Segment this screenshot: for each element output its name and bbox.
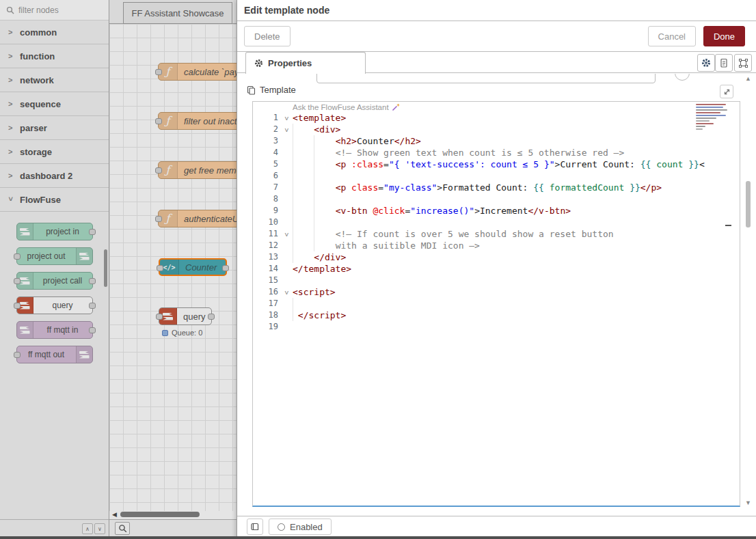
code-line[interactable]: 10	[253, 217, 740, 228]
code-line[interactable]: 2> <div>	[253, 124, 740, 135]
node-port[interactable]	[14, 303, 21, 309]
palette-node-project-in[interactable]: project in	[16, 223, 93, 240]
node-port[interactable]	[155, 118, 162, 124]
scroll-down-icon[interactable]: ▼	[745, 499, 751, 506]
code-text[interactable]	[293, 170, 740, 182]
node-port[interactable]	[222, 265, 229, 271]
palette-category-common[interactable]: >common	[0, 20, 109, 44]
code-text[interactable]: <script>	[293, 286, 740, 298]
code-line[interactable]: 15	[253, 275, 740, 286]
code-text[interactable]	[293, 193, 740, 205]
palette-category-storage[interactable]: >storage	[0, 140, 109, 164]
code-line[interactable]: 19	[253, 321, 740, 333]
code-text[interactable]: <p :class="{ 'text-success': count ≤ 5 }…	[293, 158, 740, 170]
node-port[interactable]	[14, 253, 21, 260]
node-appearance-button[interactable]	[734, 54, 752, 72]
scrollbar-thumb[interactable]	[746, 181, 751, 227]
scrollbar-thumb[interactable]	[120, 512, 200, 517]
palette-category-flowfuse[interactable]: >FlowFuse	[0, 188, 109, 212]
code-line[interactable]: 9 <v-btn @click="increase()">Increment</…	[253, 205, 740, 217]
code-text[interactable]: <!— Show green text when count is ≤ 5 ot…	[293, 147, 740, 158]
assistant-hint[interactable]: Ask the FlowFuse Assistant	[293, 103, 400, 111]
node-port[interactable]	[89, 303, 96, 309]
node-port[interactable]	[157, 265, 163, 271]
node-port[interactable]	[208, 314, 215, 320]
node-enabled-toggle[interactable]: Enabled	[269, 519, 332, 535]
done-button[interactable]: Done	[703, 26, 745, 46]
code-lines[interactable]: 1><template>2> <div>3 <h2>Counter</h2>4 …	[253, 112, 740, 333]
code-text[interactable]: </template>	[293, 263, 740, 275]
palette-expand-all-button[interactable]: ∨	[94, 523, 105, 534]
flow-node-function-filter[interactable]: ƒ filter out inacti	[158, 112, 237, 130]
cancel-button[interactable]: Cancel	[648, 26, 696, 46]
code-text[interactable]	[293, 321, 740, 333]
code-line[interactable]: 1><template>	[253, 112, 740, 124]
code-line[interactable]: 18 </script>	[253, 309, 740, 321]
flow-node-query[interactable]: query	[159, 307, 212, 325]
flow-node-function-get-free-memory[interactable]: ƒ get free memo	[158, 161, 237, 179]
code-line[interactable]: 5 <p :class="{ 'text-success': count ≤ 5…	[253, 158, 740, 170]
scroll-left-icon[interactable]: ◀	[112, 511, 117, 518]
code-text[interactable]: <!— If count is over 5 we should show a …	[293, 228, 740, 240]
node-description-button[interactable]	[715, 54, 733, 72]
canvas-horizontal-scrollbar[interactable]: ◀	[109, 510, 237, 519]
code-line[interactable]: 11> <!— If count is over 5 we should sho…	[253, 228, 740, 240]
flow-node-template-counter[interactable]: </> Counter	[159, 258, 227, 276]
code-line[interactable]: 14</template>	[253, 263, 740, 275]
code-line[interactable]: 16><script>	[253, 286, 740, 298]
node-port[interactable]	[89, 229, 96, 235]
code-text[interactable]: <p class="my-class">Formatted Count: {{ …	[293, 182, 740, 193]
palette-node-project-out[interactable]: project out	[16, 247, 93, 265]
code-line[interactable]: 17	[253, 298, 740, 309]
flow-tab[interactable]: FF Assistant Showcase	[123, 2, 232, 24]
code-text[interactable]: <h2>Counter</h2>	[293, 135, 740, 147]
palette-node-project-call[interactable]: project call	[16, 272, 93, 290]
node-port[interactable]	[155, 69, 162, 75]
code-text[interactable]: </div>	[293, 251, 740, 263]
palette-category-dashboard2[interactable]: >dashboard 2	[0, 164, 109, 188]
node-port[interactable]	[89, 278, 96, 284]
palette-category-parser[interactable]: >parser	[0, 116, 109, 140]
node-help-button[interactable]	[247, 519, 263, 535]
code-line[interactable]: 6	[253, 170, 740, 182]
code-text[interactable]	[293, 217, 740, 228]
scroll-up-icon[interactable]: ▲	[745, 75, 751, 82]
node-port[interactable]	[156, 314, 163, 320]
palette-scrollbar[interactable]	[104, 249, 107, 287]
palette-node-ff-mqtt-out[interactable]: ff mqtt out	[16, 346, 93, 363]
flow-canvas-grid[interactable]: ƒ calculate `pay ƒ filter out inacti ƒ g…	[109, 24, 237, 511]
node-port[interactable]	[89, 327, 96, 333]
palette-node-ff-mqtt-in[interactable]: ff mqtt in	[16, 321, 93, 339]
tab-properties[interactable]: Properties	[245, 52, 366, 74]
code-text[interactable]	[293, 298, 740, 309]
node-port[interactable]	[14, 352, 21, 358]
palette-collapse-all-button[interactable]: ∧	[82, 523, 93, 534]
delete-button[interactable]: Delete	[244, 26, 291, 46]
fold-chevron-icon[interactable]: >	[280, 112, 293, 124]
palette-category-sequence[interactable]: >sequence	[0, 92, 109, 116]
fold-chevron-icon[interactable]: >	[280, 228, 293, 240]
code-line[interactable]: 3 <h2>Counter</h2>	[253, 135, 740, 147]
node-port[interactable]	[155, 216, 162, 222]
fold-chevron-icon[interactable]: >	[280, 286, 293, 298]
flow-node-function-calculate[interactable]: ƒ calculate `pay	[158, 63, 237, 81]
flow-node-function-authenticate[interactable]: ƒ authenticateU	[158, 210, 237, 227]
template-code-editor[interactable]: Ask the FlowFuse Assistant	[252, 101, 740, 507]
zoom-reset-button[interactable]	[115, 522, 130, 535]
code-text[interactable]: <v-btn @click="increase()">Increment</v-…	[293, 205, 740, 217]
code-text[interactable]: <template>	[293, 112, 740, 124]
code-text[interactable]: </script>	[293, 309, 740, 321]
code-text[interactable]: <div>	[293, 124, 740, 135]
code-text[interactable]: with a suitible MDI icon —>	[293, 240, 740, 251]
code-line[interactable]: 4 <!— Show green text when count is ≤ 5 …	[253, 147, 740, 158]
node-settings-button[interactable]	[697, 54, 715, 72]
palette-search-input[interactable]: filter nodes	[0, 0, 109, 20]
node-port[interactable]	[14, 278, 21, 284]
palette-category-network[interactable]: >network	[0, 68, 109, 92]
flow-workspace[interactable]: FF Assistant Showcase ƒ calculate `pay ƒ…	[109, 0, 237, 539]
code-line[interactable]: 7 <p class="my-class">Formatted Count: {…	[253, 182, 740, 193]
code-line[interactable]: 13 </div>	[253, 251, 740, 263]
scrolled-field-fragment[interactable]	[316, 74, 656, 83]
palette-category-function[interactable]: >function	[0, 44, 109, 68]
tray-scrollbar[interactable]: ▲ ▼	[744, 74, 753, 512]
